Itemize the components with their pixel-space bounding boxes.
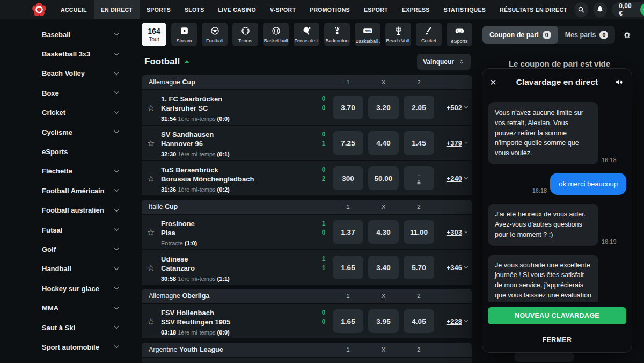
- filter-tab-all[interactable]: 164 Tout: [142, 23, 166, 46]
- odd-x-button[interactable]: 4.30: [368, 220, 399, 244]
- tennis-icon: [240, 26, 251, 36]
- nav-item-promotions[interactable]: PROMOTIONS: [303, 0, 357, 19]
- match-row-tus-bersenbr-ck[interactable]: ☆TuS BersenbrückBorussia Mönchengladbach…: [142, 161, 472, 195]
- match-row-udinese[interactable]: ☆UdineseCatanzaro30:58 1ère mi-temps (1:…: [142, 250, 472, 285]
- filter-tab-esports[interactable]: eSports: [447, 23, 472, 46]
- odd-2-button[interactable]: 4.05: [404, 309, 434, 333]
- odd-x-button[interactable]: 3.20: [368, 96, 399, 119]
- more-markets-button[interactable]: +346: [439, 264, 467, 272]
- odd-2-button[interactable]: 1.45: [404, 131, 434, 155]
- sidebar-item-boxe[interactable]: Boxe: [0, 83, 137, 103]
- chat-close-icon[interactable]: ×: [490, 77, 504, 88]
- dimmed-button-behind-overlay: [514, 352, 574, 362]
- nav-item-en-direct[interactable]: EN DIRECT: [94, 0, 140, 19]
- betslip-empty-message: Le coupon de pari est vide: [482, 59, 636, 68]
- new-chat-button[interactable]: NOUVEAU CLAVARDAGE: [488, 307, 626, 324]
- deposit-button[interactable]: [640, 3, 644, 16]
- sidebar-item-cyclisme[interactable]: Cyclisme: [0, 122, 137, 142]
- filter-tab-stream[interactable]: Stream: [171, 23, 197, 46]
- nav-item-statistiques[interactable]: STATISTIQUES: [437, 0, 493, 19]
- sidebar-item-football-australien[interactable]: Football australien: [0, 201, 137, 220]
- sidebar-item-hockey-sur-glace[interactable]: Hockey sur glace: [0, 279, 137, 298]
- more-markets-button[interactable]: +379: [439, 139, 467, 147]
- odd-x-button[interactable]: 50.00: [368, 166, 399, 190]
- odd-1-button[interactable]: 7.25: [333, 131, 363, 155]
- nav-item-sports[interactable]: SPORTS: [140, 0, 178, 19]
- odd-x-button[interactable]: 3.95: [368, 309, 399, 333]
- favorite-star-icon[interactable]: ☆: [147, 316, 161, 326]
- favorite-star-icon[interactable]: ☆: [147, 138, 161, 148]
- filter-tab-football[interactable]: Football: [202, 23, 228, 46]
- sidebar-item-futsal[interactable]: Futsal: [0, 220, 137, 239]
- brand-logo-icon[interactable]: [31, 2, 47, 18]
- sidebar-item-baseball[interactable]: Baseball: [0, 25, 137, 44]
- home-score: 1: [320, 219, 327, 228]
- filter-tab-cricket[interactable]: Cricket: [416, 23, 442, 46]
- filter-tab-basketball[interactable]: 3X3Basketball ...: [355, 23, 380, 46]
- tab-coupon-de-pari[interactable]: Coupon de pari 0: [482, 26, 558, 44]
- search-button[interactable]: [574, 2, 588, 17]
- sport-filter-tabs: 164 Tout StreamFootballTennisBasket-ball…: [142, 23, 472, 46]
- nav-item-esport[interactable]: ESPORT: [357, 0, 395, 19]
- odd-x-button[interactable]: 3.40: [368, 256, 399, 279]
- sidebar-item-handball[interactable]: Handball: [0, 259, 137, 279]
- market-selector-dropdown[interactable]: Vainqueur: [417, 54, 471, 70]
- filter-tab-label: Stream: [176, 38, 192, 43]
- sidebar-item-beach-volley[interactable]: Beach Volley: [0, 64, 137, 83]
- favorite-star-icon[interactable]: ☆: [147, 173, 161, 184]
- match-row-almirante-brown-u20[interactable]: ☆Almirante Brown U20Ferro Carril Oeste U…: [142, 358, 472, 363]
- sidebar-item-fl-chette[interactable]: Fléchette: [0, 162, 137, 181]
- sidebar-item-esports[interactable]: eSports: [0, 142, 137, 161]
- chat-sound-button[interactable]: [610, 77, 624, 87]
- favorite-star-icon[interactable]: ☆: [147, 103, 161, 113]
- odd-1-button[interactable]: 1.65: [333, 309, 363, 333]
- live-chat-dialog: × Clavardage en direct Vous n'avez aucun…: [482, 68, 632, 353]
- league-groups: Allemagne Cup1X2☆1. FC SaarbrückenKarlsr…: [142, 75, 472, 363]
- odd-2-button[interactable]: 5.70: [404, 256, 434, 279]
- sidebar-item-sport-automobile[interactable]: Sport automobile: [0, 337, 137, 357]
- tab-mes-paris[interactable]: Mes paris 0: [558, 26, 616, 44]
- sidebar-item-volley-ball[interactable]: Volley-ball: [0, 357, 137, 363]
- match-row-fsv-hollenbach[interactable]: ☆FSV HollenbachSSV Reutlingen 190503:18 …: [142, 304, 472, 338]
- balance-widget[interactable]: 0,00 €: [612, 2, 644, 17]
- sidebar-item-basketball-3x3[interactable]: Basketball 3x3: [0, 44, 137, 63]
- match-row-1-fc-saarbr-cken[interactable]: ☆1. FC SaarbrückenKarlsruher SC31:54 1èr…: [142, 90, 472, 125]
- match-row-frosinone[interactable]: ☆FrosinonePisaEntracte (1:0)101.374.3011…: [142, 215, 472, 249]
- odd-1-button[interactable]: 1.37: [333, 220, 363, 244]
- sidebar-item-football-am-ricain[interactable]: Football Américain: [0, 181, 137, 200]
- more-markets-button[interactable]: +502: [439, 104, 467, 112]
- nav-item-express[interactable]: EXPRESS: [395, 0, 437, 19]
- nav-item-slots[interactable]: SLOTS: [178, 0, 211, 19]
- nav-item-live-casino[interactable]: LIVE CASINO: [211, 0, 263, 19]
- sidebar-item-mma[interactable]: MMA: [0, 298, 137, 317]
- sidebar-item-saut-ski[interactable]: Saut à Ski: [0, 318, 137, 337]
- nav-item-v-sport[interactable]: V-SPORT: [263, 0, 303, 19]
- filter-tab-basket-ball[interactable]: Basket-ball: [263, 23, 289, 46]
- filter-tab-tennis-de-t[interactable]: Tennis de t...: [294, 23, 319, 46]
- sport-section-toggle[interactable]: Football: [144, 56, 189, 67]
- odd-2-button[interactable]: 2.05: [404, 96, 434, 119]
- more-markets-button[interactable]: +303: [439, 228, 467, 236]
- odd-1-button[interactable]: 1.65: [333, 256, 363, 279]
- sidebar-item-cricket[interactable]: Cricket: [0, 103, 137, 122]
- odd-2-button[interactable]: 11.00: [404, 220, 434, 244]
- filter-tab-badminton[interactable]: Badminton: [324, 23, 350, 46]
- chat-close-text-button[interactable]: FERMER: [488, 336, 626, 344]
- league-name: Allemagne Cup: [149, 78, 333, 86]
- favorite-star-icon[interactable]: ☆: [147, 227, 161, 237]
- odd-1-button[interactable]: 300: [333, 166, 363, 190]
- odd-1-button[interactable]: 3.70: [333, 96, 363, 119]
- favorite-star-icon[interactable]: ☆: [147, 263, 161, 273]
- cricket-icon: [424, 26, 434, 36]
- odd-x-button[interactable]: 4.40: [368, 131, 399, 155]
- more-markets-button[interactable]: +240: [439, 175, 467, 183]
- notifications-button[interactable]: [593, 2, 607, 17]
- betslip-settings-button[interactable]: [623, 31, 632, 40]
- nav-item-r-sultats-en-direct[interactable]: RÉSULTATS EN DIRECT: [493, 0, 574, 19]
- filter-tab-beach-voll[interactable]: Beach Voll...: [385, 23, 411, 46]
- filter-tab-tennis[interactable]: Tennis: [232, 23, 258, 46]
- match-row-sv-sandhausen[interactable]: ☆SV SandhausenHannover 9632:30 1ère mi-t…: [142, 126, 472, 160]
- more-markets-button[interactable]: +228: [439, 317, 467, 325]
- sidebar-item-golf[interactable]: Golf: [0, 239, 137, 259]
- nav-item-accueil[interactable]: ACCUEIL: [54, 0, 94, 19]
